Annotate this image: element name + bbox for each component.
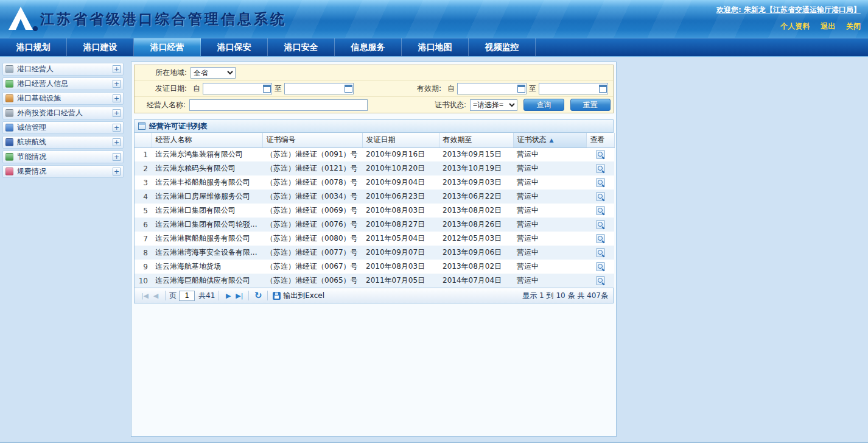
cert-no-cell: （苏连）港经证（0065）号 [262, 274, 362, 288]
status-cell: 营运中 [513, 175, 586, 190]
next-page-icon[interactable] [223, 290, 234, 301]
calendar-icon[interactable] [263, 85, 271, 93]
tab-port-planning[interactable]: 港口规划 [0, 38, 67, 56]
table-row[interactable]: 3 连云港丰裕船舶服务有限公司 （苏连）港经证（0078）号 2010年09月0… [135, 175, 614, 190]
view-detail-icon[interactable] [596, 192, 605, 201]
table-row[interactable]: 1 连云港东鸿集装箱有限公司 （苏连）港经证（0091）号 2010年09月16… [135, 147, 614, 161]
table-row[interactable]: 9 连云港海航基地货场 （苏连）港经证（0067）号 2010年08月03日 2… [135, 260, 614, 274]
save-icon [273, 292, 281, 300]
profile-link[interactable]: 个人资料 [780, 22, 810, 30]
sidebar-item-fees[interactable]: 规费情况 + [2, 165, 124, 178]
sidebar-item-integrity[interactable]: 诚信管理 + [2, 121, 124, 134]
last-page-icon[interactable] [234, 290, 245, 301]
port-operator-icon [5, 65, 13, 73]
col-cert-status[interactable]: 证书状态 [513, 133, 586, 147]
operator-info-icon [5, 80, 13, 88]
close-link[interactable]: 关闭 [846, 22, 861, 30]
table-row[interactable]: 6 连云港港口集团有限公司轮驳... （苏连）港经证（0076）号 2010年0… [135, 218, 614, 232]
table-row[interactable]: 4 连云港港口房屋维修服务公司 （苏连）港经证（0034）号 2010年06月2… [135, 190, 614, 204]
table-title-bar: 经营许可证书列表 [135, 120, 613, 133]
sidebar-item-operator-info[interactable]: 港口经营人信息 + [2, 77, 124, 90]
tab-video-monitor[interactable]: 视频监控 [469, 38, 536, 56]
operator-name-cell: 连云港港口集团有限公司轮驳... [152, 218, 262, 232]
view-detail-icon[interactable] [596, 220, 605, 229]
cert-no-cell: （苏连）港经证（0080）号 [262, 232, 362, 246]
divider [248, 291, 249, 300]
calendar-icon[interactable] [517, 85, 525, 93]
view-detail-icon[interactable] [596, 276, 605, 285]
app-logo [6, 4, 38, 34]
issue-date-cell: 2010年09月07日 [362, 246, 439, 260]
sidebar-item-energy[interactable]: 节能情况 + [2, 151, 124, 163]
tab-port-map[interactable]: 港口地图 [402, 38, 469, 56]
view-detail-icon[interactable] [596, 234, 605, 243]
view-detail-icon[interactable] [596, 178, 605, 187]
issue-date-from-input[interactable] [205, 85, 263, 93]
query-button[interactable]: 查询 [523, 99, 564, 111]
region-select[interactable]: 全省 [191, 67, 236, 79]
sidebar-item-label: 港口经营人信息 [17, 79, 68, 89]
expand-icon[interactable]: + [113, 94, 121, 102]
sidebar-item-label: 节能情况 [17, 152, 46, 162]
view-detail-icon[interactable] [596, 262, 605, 271]
sidebar-item-infrastructure[interactable]: 港口基础设施 + [2, 92, 124, 105]
col-view[interactable]: 查看 [586, 133, 614, 147]
operator-name-cell: 连云港海航基地货场 [152, 260, 262, 274]
issue-date-cell: 2011年07月05日 [362, 274, 439, 288]
first-page-icon[interactable] [139, 290, 150, 301]
sidebar-item-port-operator[interactable]: 港口经营人 + [2, 63, 124, 76]
cert-no-cell: （苏连）港经证（0067）号 [262, 260, 362, 274]
sidebar-item-routes[interactable]: 航班航线 + [2, 136, 124, 149]
cert-status-select[interactable]: =请选择= [470, 99, 517, 111]
expand-icon[interactable]: + [113, 138, 121, 146]
cert-no-cell: （苏连）港经证（0034）号 [262, 190, 362, 204]
validity-from-input[interactable] [460, 85, 517, 93]
issue-from-label: 自 [191, 83, 203, 94]
certificate-list: 经营许可证书列表 经营人名称 证书编号 发证日期 有效期至 证书状态 [134, 119, 614, 303]
table-row[interactable]: 10 连云港海巨船舶供应有限公司 （苏连）港经证（0065）号 2011年07月… [135, 274, 614, 288]
tab-port-operation[interactable]: 港口经营 [134, 38, 201, 56]
sidebar-item-foreign-investment[interactable]: 外商投资港口经营人 + [2, 107, 124, 119]
expand-icon[interactable]: + [113, 153, 121, 161]
expand-icon[interactable]: + [113, 124, 121, 132]
prev-page-icon[interactable] [150, 290, 161, 301]
col-cert-no[interactable]: 证书编号 [262, 133, 362, 147]
table-row[interactable]: 7 连云港港腾船舶服务有限公司 （苏连）港经证（0080）号 2011年05月0… [135, 232, 614, 246]
refresh-icon[interactable] [253, 290, 264, 301]
table-row[interactable]: 8 连云港港湾海事安全设备有限... （苏连）港经证（0077）号 2010年0… [135, 246, 614, 260]
cert-no-cell: （苏连）港经证（0091）号 [262, 147, 362, 161]
foreign-investment-icon [5, 109, 13, 117]
status-cell: 营运中 [513, 161, 586, 175]
col-issue-date[interactable]: 发证日期 [362, 133, 439, 147]
record-count-summary: 显示 1 到 10 条 共 407条 [522, 291, 608, 301]
expand-icon[interactable]: + [113, 80, 121, 88]
validity-to-input[interactable] [541, 85, 599, 93]
reset-button[interactable]: 重置 [570, 99, 611, 111]
calendar-icon[interactable] [599, 85, 607, 93]
tab-port-safety[interactable]: 港口安全 [268, 38, 335, 56]
fee-icon [5, 168, 13, 175]
valid-until-cell: 2013年09月15日 [439, 147, 513, 161]
table-row[interactable]: 5 连云港港口集团有限公司 （苏连）港经证（0069）号 2010年08月03日… [135, 204, 614, 218]
logout-link[interactable]: 退出 [821, 22, 835, 30]
page-number-input[interactable] [179, 291, 195, 301]
view-detail-icon[interactable] [596, 150, 605, 159]
col-valid-until[interactable]: 有效期至 [439, 133, 513, 147]
operator-name-input[interactable] [189, 99, 368, 111]
expand-icon[interactable]: + [113, 65, 121, 73]
tab-info-service[interactable]: 信息服务 [335, 38, 402, 56]
col-operator-name[interactable]: 经营人名称 [152, 133, 262, 147]
issue-date-to-input[interactable] [287, 85, 345, 93]
tab-port-security[interactable]: 港口保安 [201, 38, 268, 56]
calendar-icon[interactable] [345, 85, 352, 93]
export-excel-button[interactable]: 输出到Excel [271, 291, 324, 301]
view-detail-icon[interactable] [596, 164, 605, 173]
view-detail-icon[interactable] [596, 206, 605, 215]
view-detail-icon[interactable] [596, 248, 605, 257]
divider [267, 291, 268, 300]
table-row[interactable]: 2 连云港东粮码头有限公司 （苏连）港经证（0121）号 2010年10月20日… [135, 161, 614, 175]
expand-icon[interactable]: + [113, 109, 121, 117]
tab-port-construction[interactable]: 港口建设 [67, 38, 134, 56]
cert-no-cell: （苏连）港经证（0076）号 [262, 218, 362, 232]
expand-icon[interactable]: + [113, 168, 121, 175]
